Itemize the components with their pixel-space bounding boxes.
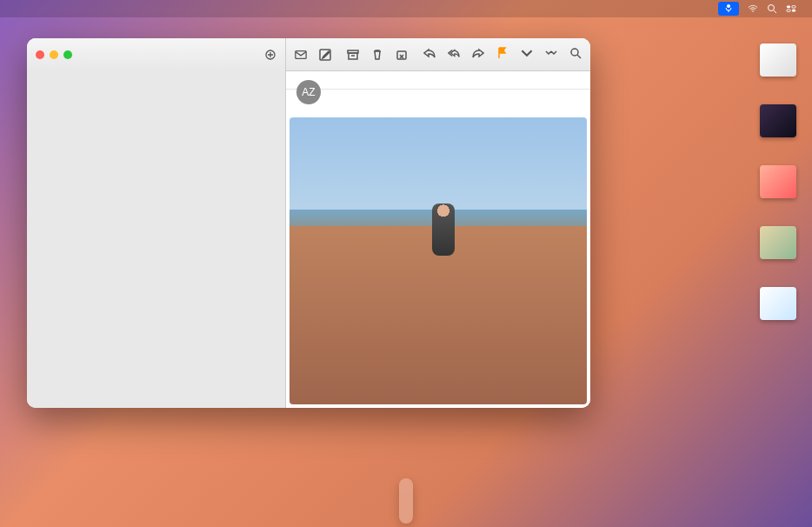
minimize-button[interactable] <box>50 50 58 59</box>
mail-toolbar <box>286 38 590 71</box>
desktop-madagascar-key[interactable] <box>754 226 802 263</box>
svg-rect-8 <box>296 50 306 58</box>
menubar <box>0 0 812 17</box>
junk-icon[interactable] <box>396 49 408 61</box>
overflow-icon[interactable] <box>545 47 557 59</box>
mail-window: AZ <box>27 38 590 408</box>
svg-rect-12 <box>397 51 406 59</box>
chevron-down-icon[interactable] <box>521 47 533 59</box>
svg-rect-0 <box>727 4 730 8</box>
mail-sidebar <box>27 38 286 408</box>
window-titlebar <box>27 38 285 71</box>
mic-icon[interactable] <box>718 2 739 16</box>
desktop-icons <box>754 43 802 324</box>
message-header: AZ <box>286 71 590 90</box>
message-list[interactable] <box>27 71 285 408</box>
avatar: AZ <box>296 80 321 104</box>
svg-rect-6 <box>792 10 795 12</box>
trash-icon[interactable] <box>371 49 383 61</box>
svg-point-13 <box>571 49 578 56</box>
attachment-image[interactable] <box>290 117 587 404</box>
envelope-icon[interactable] <box>295 49 307 61</box>
desktop-images[interactable] <box>754 104 802 141</box>
search-icon[interactable] <box>569 47 582 59</box>
fullscreen-button[interactable] <box>63 50 72 59</box>
reading-pane: AZ <box>286 38 590 408</box>
forward-icon[interactable] <box>472 47 484 59</box>
svg-point-1 <box>752 10 754 12</box>
svg-rect-4 <box>792 6 795 9</box>
desktop-pdf-documents[interactable] <box>754 165 802 202</box>
spotlight-icon[interactable] <box>767 3 777 14</box>
control-center-icon[interactable] <box>786 3 796 14</box>
reply-all-icon[interactable] <box>448 47 460 59</box>
flag-icon[interactable] <box>496 47 509 63</box>
sort-icon[interactable] <box>264 49 276 61</box>
svg-point-2 <box>769 5 775 11</box>
desktop-roommate-budget[interactable] <box>754 287 802 324</box>
reply-icon[interactable] <box>423 47 436 59</box>
desktop-documents[interactable] <box>754 43 802 80</box>
svg-rect-3 <box>787 6 790 9</box>
close-button[interactable] <box>36 50 44 59</box>
dock <box>399 478 413 524</box>
svg-rect-5 <box>787 10 790 12</box>
archive-icon[interactable] <box>347 49 359 61</box>
compose-icon[interactable] <box>319 49 331 61</box>
wifi-icon[interactable] <box>748 3 758 14</box>
message-body <box>286 90 590 117</box>
